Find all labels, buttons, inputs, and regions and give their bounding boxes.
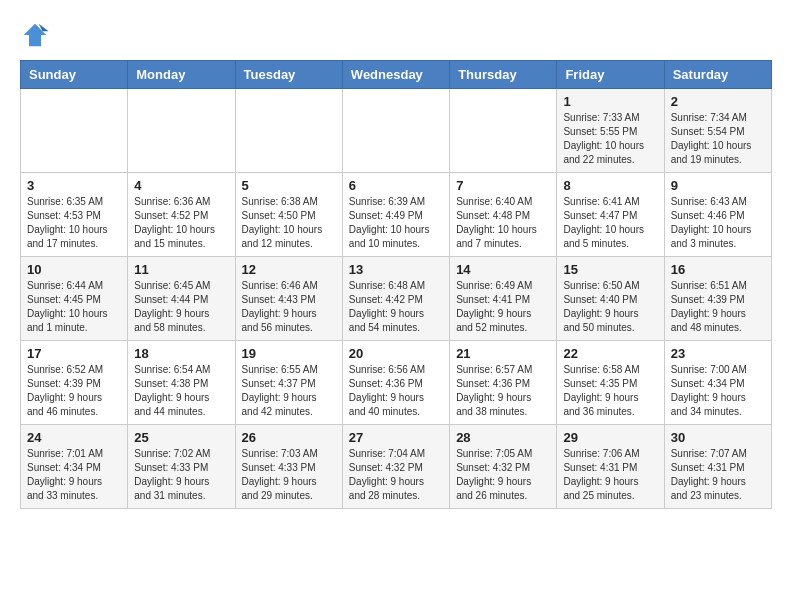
calendar-cell: 26Sunrise: 7:03 AM Sunset: 4:33 PM Dayli… [235, 425, 342, 509]
calendar-cell [21, 89, 128, 173]
day-info: Sunrise: 6:35 AM Sunset: 4:53 PM Dayligh… [27, 195, 121, 251]
day-info: Sunrise: 6:36 AM Sunset: 4:52 PM Dayligh… [134, 195, 228, 251]
calendar-cell: 25Sunrise: 7:02 AM Sunset: 4:33 PM Dayli… [128, 425, 235, 509]
calendar-cell: 1Sunrise: 7:33 AM Sunset: 5:55 PM Daylig… [557, 89, 664, 173]
day-number: 7 [456, 178, 550, 193]
col-header-thursday: Thursday [450, 61, 557, 89]
calendar-cell: 12Sunrise: 6:46 AM Sunset: 4:43 PM Dayli… [235, 257, 342, 341]
day-info: Sunrise: 6:48 AM Sunset: 4:42 PM Dayligh… [349, 279, 443, 335]
day-number: 13 [349, 262, 443, 277]
day-number: 25 [134, 430, 228, 445]
calendar-cell [235, 89, 342, 173]
day-number: 2 [671, 94, 765, 109]
calendar-cell: 21Sunrise: 6:57 AM Sunset: 4:36 PM Dayli… [450, 341, 557, 425]
calendar-cell [342, 89, 449, 173]
day-number: 1 [563, 94, 657, 109]
calendar-cell [450, 89, 557, 173]
day-info: Sunrise: 6:46 AM Sunset: 4:43 PM Dayligh… [242, 279, 336, 335]
page-header [20, 20, 772, 50]
day-number: 3 [27, 178, 121, 193]
calendar-cell: 19Sunrise: 6:55 AM Sunset: 4:37 PM Dayli… [235, 341, 342, 425]
day-info: Sunrise: 6:49 AM Sunset: 4:41 PM Dayligh… [456, 279, 550, 335]
day-info: Sunrise: 6:50 AM Sunset: 4:40 PM Dayligh… [563, 279, 657, 335]
calendar-cell: 14Sunrise: 6:49 AM Sunset: 4:41 PM Dayli… [450, 257, 557, 341]
day-number: 16 [671, 262, 765, 277]
day-number: 8 [563, 178, 657, 193]
calendar-cell: 24Sunrise: 7:01 AM Sunset: 4:34 PM Dayli… [21, 425, 128, 509]
calendar: SundayMondayTuesdayWednesdayThursdayFrid… [20, 60, 772, 509]
day-info: Sunrise: 6:56 AM Sunset: 4:36 PM Dayligh… [349, 363, 443, 419]
day-info: Sunrise: 6:41 AM Sunset: 4:47 PM Dayligh… [563, 195, 657, 251]
day-number: 21 [456, 346, 550, 361]
day-info: Sunrise: 7:34 AM Sunset: 5:54 PM Dayligh… [671, 111, 765, 167]
calendar-cell: 6Sunrise: 6:39 AM Sunset: 4:49 PM Daylig… [342, 173, 449, 257]
day-info: Sunrise: 7:02 AM Sunset: 4:33 PM Dayligh… [134, 447, 228, 503]
day-number: 22 [563, 346, 657, 361]
day-number: 9 [671, 178, 765, 193]
calendar-cell: 3Sunrise: 6:35 AM Sunset: 4:53 PM Daylig… [21, 173, 128, 257]
calendar-cell: 18Sunrise: 6:54 AM Sunset: 4:38 PM Dayli… [128, 341, 235, 425]
day-number: 26 [242, 430, 336, 445]
day-info: Sunrise: 7:33 AM Sunset: 5:55 PM Dayligh… [563, 111, 657, 167]
day-number: 17 [27, 346, 121, 361]
day-number: 15 [563, 262, 657, 277]
col-header-tuesday: Tuesday [235, 61, 342, 89]
calendar-cell: 4Sunrise: 6:36 AM Sunset: 4:52 PM Daylig… [128, 173, 235, 257]
day-info: Sunrise: 6:44 AM Sunset: 4:45 PM Dayligh… [27, 279, 121, 335]
calendar-cell: 17Sunrise: 6:52 AM Sunset: 4:39 PM Dayli… [21, 341, 128, 425]
day-number: 20 [349, 346, 443, 361]
day-info: Sunrise: 6:55 AM Sunset: 4:37 PM Dayligh… [242, 363, 336, 419]
logo [20, 20, 54, 50]
day-info: Sunrise: 6:45 AM Sunset: 4:44 PM Dayligh… [134, 279, 228, 335]
day-info: Sunrise: 6:52 AM Sunset: 4:39 PM Dayligh… [27, 363, 121, 419]
day-info: Sunrise: 7:03 AM Sunset: 4:33 PM Dayligh… [242, 447, 336, 503]
day-info: Sunrise: 7:00 AM Sunset: 4:34 PM Dayligh… [671, 363, 765, 419]
calendar-cell: 9Sunrise: 6:43 AM Sunset: 4:46 PM Daylig… [664, 173, 771, 257]
col-header-saturday: Saturday [664, 61, 771, 89]
day-number: 18 [134, 346, 228, 361]
day-number: 11 [134, 262, 228, 277]
calendar-cell: 23Sunrise: 7:00 AM Sunset: 4:34 PM Dayli… [664, 341, 771, 425]
day-info: Sunrise: 7:01 AM Sunset: 4:34 PM Dayligh… [27, 447, 121, 503]
day-info: Sunrise: 7:06 AM Sunset: 4:31 PM Dayligh… [563, 447, 657, 503]
calendar-cell: 10Sunrise: 6:44 AM Sunset: 4:45 PM Dayli… [21, 257, 128, 341]
day-number: 24 [27, 430, 121, 445]
calendar-cell: 11Sunrise: 6:45 AM Sunset: 4:44 PM Dayli… [128, 257, 235, 341]
day-number: 29 [563, 430, 657, 445]
day-number: 28 [456, 430, 550, 445]
day-info: Sunrise: 7:05 AM Sunset: 4:32 PM Dayligh… [456, 447, 550, 503]
day-info: Sunrise: 6:39 AM Sunset: 4:49 PM Dayligh… [349, 195, 443, 251]
logo-icon [20, 20, 50, 50]
day-info: Sunrise: 6:57 AM Sunset: 4:36 PM Dayligh… [456, 363, 550, 419]
day-info: Sunrise: 7:04 AM Sunset: 4:32 PM Dayligh… [349, 447, 443, 503]
calendar-cell: 22Sunrise: 6:58 AM Sunset: 4:35 PM Dayli… [557, 341, 664, 425]
day-number: 5 [242, 178, 336, 193]
col-header-friday: Friday [557, 61, 664, 89]
calendar-cell: 15Sunrise: 6:50 AM Sunset: 4:40 PM Dayli… [557, 257, 664, 341]
day-number: 14 [456, 262, 550, 277]
day-number: 12 [242, 262, 336, 277]
col-header-wednesday: Wednesday [342, 61, 449, 89]
calendar-cell: 2Sunrise: 7:34 AM Sunset: 5:54 PM Daylig… [664, 89, 771, 173]
day-info: Sunrise: 6:54 AM Sunset: 4:38 PM Dayligh… [134, 363, 228, 419]
calendar-cell [128, 89, 235, 173]
day-info: Sunrise: 6:40 AM Sunset: 4:48 PM Dayligh… [456, 195, 550, 251]
calendar-cell: 8Sunrise: 6:41 AM Sunset: 4:47 PM Daylig… [557, 173, 664, 257]
day-number: 4 [134, 178, 228, 193]
day-info: Sunrise: 6:43 AM Sunset: 4:46 PM Dayligh… [671, 195, 765, 251]
day-number: 23 [671, 346, 765, 361]
day-info: Sunrise: 6:38 AM Sunset: 4:50 PM Dayligh… [242, 195, 336, 251]
day-info: Sunrise: 6:51 AM Sunset: 4:39 PM Dayligh… [671, 279, 765, 335]
day-number: 6 [349, 178, 443, 193]
day-number: 30 [671, 430, 765, 445]
day-info: Sunrise: 7:07 AM Sunset: 4:31 PM Dayligh… [671, 447, 765, 503]
calendar-cell: 28Sunrise: 7:05 AM Sunset: 4:32 PM Dayli… [450, 425, 557, 509]
col-header-monday: Monday [128, 61, 235, 89]
calendar-cell: 27Sunrise: 7:04 AM Sunset: 4:32 PM Dayli… [342, 425, 449, 509]
calendar-cell: 13Sunrise: 6:48 AM Sunset: 4:42 PM Dayli… [342, 257, 449, 341]
calendar-cell: 5Sunrise: 6:38 AM Sunset: 4:50 PM Daylig… [235, 173, 342, 257]
calendar-cell: 16Sunrise: 6:51 AM Sunset: 4:39 PM Dayli… [664, 257, 771, 341]
day-number: 10 [27, 262, 121, 277]
calendar-cell: 29Sunrise: 7:06 AM Sunset: 4:31 PM Dayli… [557, 425, 664, 509]
calendar-cell: 7Sunrise: 6:40 AM Sunset: 4:48 PM Daylig… [450, 173, 557, 257]
